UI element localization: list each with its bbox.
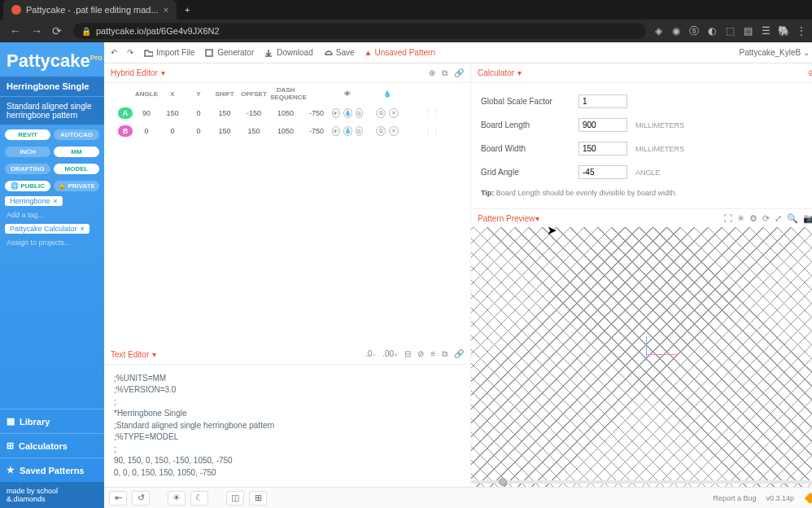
copy-button[interactable]: ⧉ bbox=[442, 349, 447, 359]
user-menu[interactable]: Pattycake_KyleB ⌄ bbox=[735, 48, 812, 57]
table-row[interactable]: ⋮⋮ A 90 150 0 150 -150 1050 -750 👁💧B ⧉✕ … bbox=[104, 104, 470, 122]
drag-handle-icon[interactable]: ⋮⋮ bbox=[412, 127, 452, 136]
decimals-button[interactable]: .0₋ bbox=[365, 349, 376, 359]
disable-icon[interactable]: ⊘ bbox=[808, 68, 812, 77]
pattern-preview-canvas[interactable] bbox=[471, 227, 812, 487]
delete-icon[interactable]: ✕ bbox=[389, 108, 399, 118]
eye-icon[interactable]: 👁 bbox=[332, 108, 340, 118]
ext-icon[interactable]: ◐ bbox=[706, 25, 718, 37]
ext-icon[interactable]: 🐘 bbox=[778, 25, 789, 37]
refresh-icon[interactable]: ⟳ bbox=[762, 213, 770, 224]
row-label-b[interactable]: B bbox=[118, 125, 133, 137]
import-file-button[interactable]: Import File bbox=[143, 48, 194, 58]
library-icon: ▦ bbox=[7, 416, 15, 427]
dark-mode-button[interactable]: ☾ bbox=[190, 491, 208, 506]
calculator-header[interactable]: Calculator▾ ⊘ bbox=[471, 64, 812, 83]
save-button[interactable]: Save bbox=[323, 48, 355, 58]
diamond-icon[interactable]: 🔶 bbox=[804, 493, 812, 504]
expand-icon[interactable]: ⤢ bbox=[775, 213, 782, 224]
home-button[interactable]: ⇤ bbox=[109, 491, 127, 506]
tag-calculator[interactable]: Pattycake Calculator× bbox=[5, 224, 89, 234]
layout-split-button[interactable]: ◫ bbox=[226, 491, 244, 506]
seg-public[interactable]: 🌐 PUBLIC bbox=[5, 181, 50, 191]
duplicate-icon[interactable]: ⧉ bbox=[376, 126, 386, 136]
tag-herringbone[interactable]: Herringbone× bbox=[5, 196, 63, 206]
seg-mm[interactable]: MM bbox=[54, 147, 99, 157]
settings-button[interactable]: ☀ bbox=[168, 491, 186, 506]
ext-icon[interactable]: ▤ bbox=[742, 25, 753, 37]
menu-icon[interactable]: ⋮ bbox=[796, 25, 807, 37]
seg-autocad[interactable]: AUTOCAD bbox=[54, 129, 99, 140]
add-tag-link[interactable]: Add a tag... bbox=[0, 209, 104, 221]
remove-tag-icon[interactable]: × bbox=[54, 197, 58, 205]
pattern-description[interactable]: Standard aligned single herringbone patt… bbox=[0, 97, 104, 125]
comment-button[interactable]: ⊟ bbox=[404, 349, 411, 359]
grid-angle-input[interactable] bbox=[578, 165, 627, 179]
eye-icon[interactable]: 👁 bbox=[332, 126, 340, 136]
history-button[interactable]: ↺ bbox=[132, 491, 150, 506]
drop-icon[interactable]: 💧 bbox=[343, 108, 352, 118]
row-label-a[interactable]: A bbox=[118, 107, 133, 119]
hybrid-table: ANGLE X Y SHIFT OFFSET DASH SEQUENCE 👁 💧… bbox=[104, 83, 470, 140]
search-icon[interactable]: 🔍 bbox=[787, 213, 798, 224]
fit-icon[interactable]: ⛶ bbox=[723, 213, 732, 224]
preview-header[interactable]: Pattern Preview▾ ⛶ ✳ ⚙ ⟳ ⤢ 🔍 📷 bbox=[471, 209, 812, 227]
sidebar-item-calculators[interactable]: ⊞Calculators bbox=[0, 433, 104, 458]
forward-icon[interactable]: → bbox=[31, 24, 42, 37]
delete-icon[interactable]: ✕ bbox=[389, 126, 399, 136]
url-field[interactable]: 🔒 pattycake.io/pat/6Ge4v9JX6N2 bbox=[73, 23, 646, 39]
link-button[interactable]: 🔗 bbox=[454, 349, 464, 359]
browser-tab[interactable]: Pattycake - .pat file editing mad... × bbox=[3, 0, 177, 20]
undo-button[interactable]: ↶ bbox=[111, 48, 117, 57]
tab-close-icon[interactable]: × bbox=[164, 5, 168, 15]
table-row[interactable]: ⋮⋮ B 0 0 0 150 150 1050 -750 👁💧B ⧉✕ ⋮⋮ bbox=[104, 122, 470, 140]
zoom-slider-thumb[interactable] bbox=[499, 478, 507, 486]
gear-icon[interactable]: ⚙ bbox=[749, 213, 757, 224]
zoom-slider-track[interactable] bbox=[471, 480, 812, 484]
copy-button[interactable]: ⧉ bbox=[442, 68, 447, 78]
ext-icon[interactable]: ⓢ bbox=[688, 25, 700, 37]
sidebar-item-saved[interactable]: ★Saved Patterns bbox=[0, 458, 104, 482]
seg-model[interactable]: MODEL bbox=[54, 164, 99, 174]
duplicate-icon[interactable]: ⧉ bbox=[376, 108, 386, 118]
align-button[interactable]: ≡ bbox=[430, 349, 435, 359]
reload-icon[interactable]: ⟳ bbox=[52, 24, 62, 37]
gsf-input[interactable] bbox=[578, 94, 627, 108]
pattern-title[interactable]: Herringbone Single bbox=[0, 77, 104, 96]
text-editor-header[interactable]: Text Editor▾ .0₋ .00₊ ⊟ ⊘ ≡ ⧉ 🔗 bbox=[104, 345, 470, 365]
back-icon[interactable]: ← bbox=[10, 24, 21, 37]
drag-handle-icon[interactable]: ⋮⋮ bbox=[106, 109, 117, 118]
add-row-button[interactable]: ⊕ bbox=[429, 68, 435, 78]
remove-tag-icon[interactable]: × bbox=[81, 225, 85, 233]
ext-icon[interactable]: ☰ bbox=[760, 25, 771, 37]
seg-drafting[interactable]: DRAFTING bbox=[5, 164, 50, 174]
seg-inch[interactable]: INCH bbox=[5, 147, 50, 157]
code-editor[interactable]: ;%UNITS=MM ;%VERSION=3.0 ; *Herringbone … bbox=[104, 365, 470, 488]
link-button[interactable]: 🔗 bbox=[454, 68, 464, 78]
new-tab-button[interactable]: + bbox=[177, 0, 198, 20]
layout-grid-button[interactable]: ⊞ bbox=[249, 491, 267, 506]
generator-button[interactable]: Generator bbox=[204, 48, 254, 58]
ext-icon[interactable]: ◉ bbox=[670, 25, 682, 37]
drag-handle-icon[interactable]: ⋮⋮ bbox=[412, 109, 452, 118]
drag-handle-icon[interactable]: ⋮⋮ bbox=[106, 127, 117, 136]
cleanup-button[interactable]: ⊘ bbox=[417, 349, 424, 359]
bold-icon[interactable]: B bbox=[356, 108, 364, 118]
board-width-input[interactable] bbox=[578, 142, 627, 155]
report-bug-link[interactable]: Report a Bug bbox=[713, 494, 756, 502]
ext-icon[interactable]: ⬚ bbox=[724, 25, 736, 37]
grid-icon[interactable]: ✳ bbox=[737, 213, 744, 224]
hybrid-editor-header[interactable]: Hybrid Editor▾ ⊕ ⧉ 🔗 bbox=[104, 64, 470, 83]
seg-revit[interactable]: REVIT bbox=[5, 129, 50, 140]
drop-icon[interactable]: 💧 bbox=[343, 126, 352, 136]
decimals-button[interactable]: .00₊ bbox=[382, 349, 398, 359]
bold-icon[interactable]: B bbox=[356, 126, 364, 136]
download-button[interactable]: Download bbox=[264, 48, 312, 58]
sidebar-item-library[interactable]: ▦Library bbox=[0, 409, 104, 433]
redo-button[interactable]: ↷ bbox=[127, 48, 133, 57]
board-length-input[interactable] bbox=[578, 118, 627, 132]
assign-projects-link[interactable]: Assign to projects... bbox=[0, 237, 104, 248]
seg-private[interactable]: 🔒 PRIVATE bbox=[54, 181, 99, 191]
ext-icon[interactable]: ◈ bbox=[653, 25, 664, 37]
camera-icon[interactable]: 📷 bbox=[803, 213, 812, 224]
